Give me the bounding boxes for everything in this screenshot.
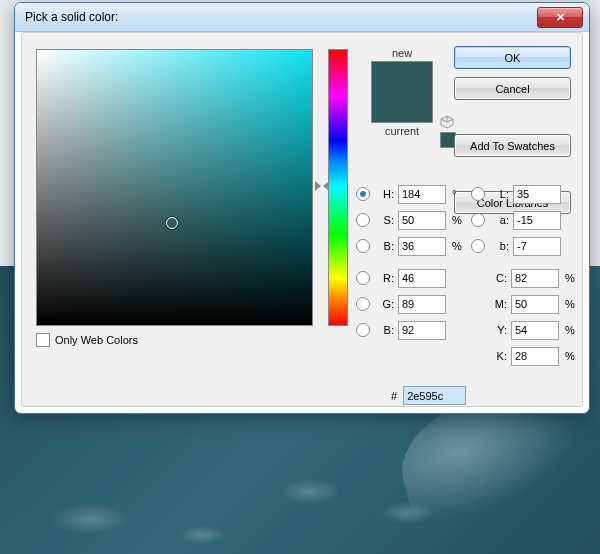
y-label: Y: (489, 324, 507, 336)
add-to-swatches-button[interactable]: Add To Swatches (454, 134, 571, 157)
bri-radio[interactable] (356, 239, 370, 253)
b-label: B: (376, 240, 394, 252)
h-label: H: (376, 188, 394, 200)
a-input[interactable] (513, 211, 561, 230)
new-color-swatch[interactable] (372, 62, 432, 92)
l-label: L: (491, 188, 509, 200)
hue-input[interactable] (398, 185, 446, 204)
a-label: a: (491, 214, 509, 226)
m-input[interactable] (511, 295, 559, 314)
lab-b-input[interactable] (513, 237, 561, 256)
g-label: G: (376, 298, 394, 310)
hue-radio[interactable] (356, 187, 370, 201)
hue-slider-thumb[interactable] (315, 181, 329, 191)
r-label: R: (376, 272, 394, 284)
y-input[interactable] (511, 321, 559, 340)
dialog-title: Pick a solid color: (25, 10, 118, 24)
sv-cursor[interactable] (166, 217, 178, 229)
c-label: C: (489, 272, 507, 284)
g-input[interactable] (398, 295, 446, 314)
g-radio[interactable] (356, 297, 370, 311)
lab-b-label: b: (491, 240, 509, 252)
hue-strip[interactable] (328, 49, 348, 326)
bri-input[interactable] (398, 237, 446, 256)
close-button[interactable]: ✕ (537, 7, 583, 28)
sat-radio[interactable] (356, 213, 370, 227)
r-radio[interactable] (356, 271, 370, 285)
current-label: current (367, 125, 437, 137)
c-input[interactable] (511, 269, 559, 288)
l-input[interactable] (513, 185, 561, 204)
saturation-value-field[interactable] (36, 49, 313, 326)
l-radio[interactable] (471, 187, 485, 201)
only-web-colors-label: Only Web Colors (55, 334, 138, 346)
color-picker-dialog: Pick a solid color: ✕ new current O (14, 2, 590, 414)
triangle-right-icon (315, 181, 321, 191)
color-preview: new current (367, 47, 437, 139)
current-color-swatch[interactable] (372, 92, 432, 122)
gamut-warning-icon[interactable] (440, 115, 454, 129)
k-label: K: (489, 350, 507, 362)
ok-button[interactable]: OK (454, 46, 571, 69)
hex-input[interactable] (403, 386, 466, 405)
close-icon: ✕ (556, 11, 565, 24)
only-web-colors-checkbox[interactable] (36, 333, 50, 347)
cancel-button[interactable]: Cancel (454, 77, 571, 100)
k-input[interactable] (511, 347, 559, 366)
deg-unit: ° (452, 188, 466, 200)
titlebar[interactable]: Pick a solid color: ✕ (15, 3, 589, 32)
rgb-b-label: B: (376, 324, 394, 336)
sat-input[interactable] (398, 211, 446, 230)
lab-b-radio[interactable] (471, 239, 485, 253)
s-label: S: (376, 214, 394, 226)
rgb-b-input[interactable] (398, 321, 446, 340)
new-label: new (367, 47, 437, 59)
rgb-b-radio[interactable] (356, 323, 370, 337)
hex-label: # (391, 390, 397, 402)
a-radio[interactable] (471, 213, 485, 227)
m-label: M: (489, 298, 507, 310)
r-input[interactable] (398, 269, 446, 288)
